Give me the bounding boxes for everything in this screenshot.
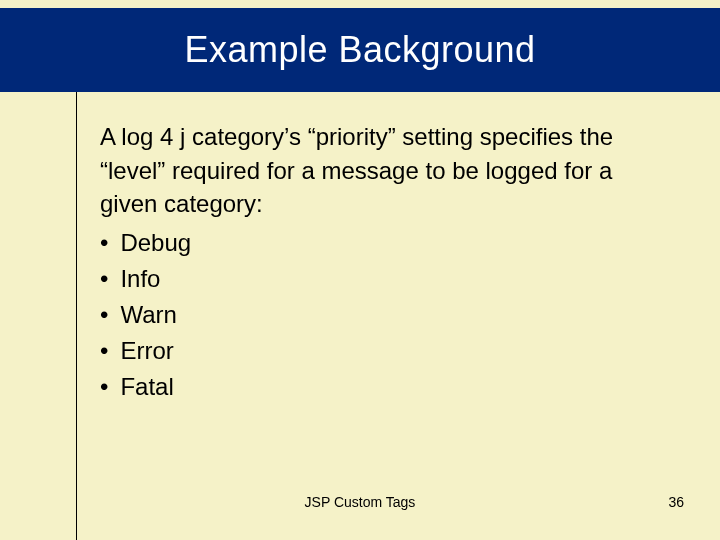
footer-label: JSP Custom Tags [0,494,720,510]
vertical-divider [76,92,77,540]
page-number: 36 [668,494,684,510]
bullet-label: Debug [120,225,191,261]
bullet-label: Warn [120,297,176,333]
bullet-icon: • [100,333,108,369]
bullet-icon: • [100,225,108,261]
bullet-label: Fatal [120,369,173,405]
bullet-icon: • [100,261,108,297]
list-item: • Fatal [100,369,660,405]
bullet-label: Info [120,261,160,297]
bullet-label: Error [120,333,173,369]
slide-title: Example Background [184,29,535,71]
list-item: • Error [100,333,660,369]
list-item: • Info [100,261,660,297]
bullet-icon: • [100,369,108,405]
slide-content: A log 4 j category’s “priority” setting … [100,120,660,405]
bullet-icon: • [100,297,108,333]
bullet-list: • Debug • Info • Warn • Error • Fatal [100,225,660,405]
intro-paragraph: A log 4 j category’s “priority” setting … [100,120,660,221]
list-item: • Warn [100,297,660,333]
title-band: Example Background [0,8,720,92]
list-item: • Debug [100,225,660,261]
